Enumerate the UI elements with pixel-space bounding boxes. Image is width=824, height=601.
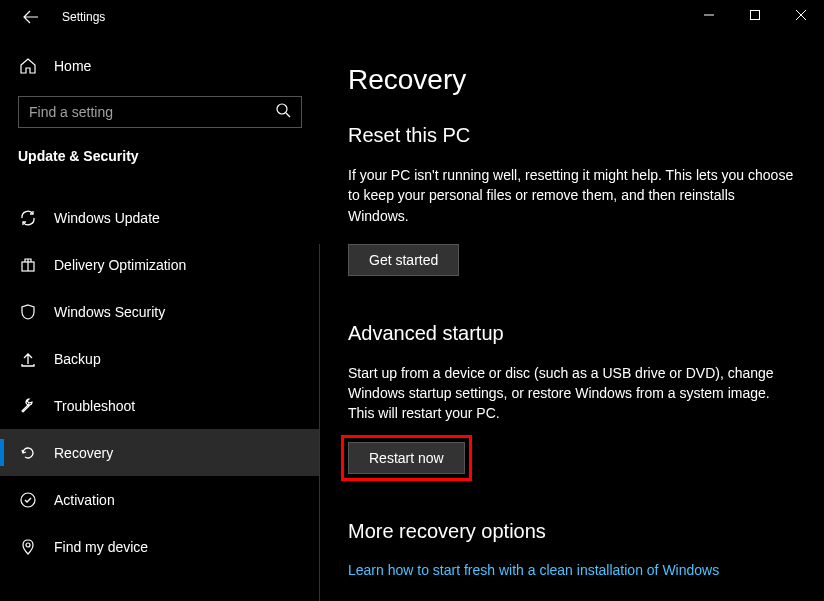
nav-label: Windows Security	[54, 304, 165, 320]
sidebar-item-windows-update[interactable]: Windows Update	[0, 194, 320, 241]
advanced-heading: Advanced startup	[348, 322, 794, 345]
minimize-icon	[704, 10, 714, 20]
sidebar: Home Update & Security Windows Update	[0, 34, 320, 601]
activation-icon	[18, 490, 38, 510]
maximize-icon	[750, 10, 760, 20]
titlebar: Settings	[0, 0, 824, 34]
fresh-install-link[interactable]: Learn how to start fresh with a clean in…	[348, 562, 719, 578]
home-nav[interactable]: Home	[0, 46, 320, 86]
search-icon	[275, 102, 291, 122]
search-input[interactable]	[29, 104, 291, 120]
back-button[interactable]	[18, 4, 44, 30]
svg-rect-0	[751, 11, 760, 20]
nav-label: Windows Update	[54, 210, 160, 226]
nav-label: Troubleshoot	[54, 398, 135, 414]
nav-label: Backup	[54, 351, 101, 367]
section-more-recovery: More recovery options Learn how to start…	[348, 520, 794, 579]
svg-point-1	[277, 104, 287, 114]
delivery-icon	[18, 255, 38, 275]
maximize-button[interactable]	[732, 0, 778, 30]
nav-label: Recovery	[54, 445, 113, 461]
home-icon	[18, 56, 38, 76]
reset-description: If your PC isn't running well, resetting…	[348, 165, 794, 226]
close-icon	[796, 10, 806, 20]
sidebar-item-find-my-device[interactable]: Find my device	[0, 523, 320, 570]
location-icon	[18, 537, 38, 557]
section-advanced-startup: Advanced startup Start up from a device …	[348, 322, 794, 474]
restart-now-button[interactable]: Restart now	[348, 442, 465, 474]
search-box[interactable]	[18, 96, 302, 128]
nav-label: Delivery Optimization	[54, 257, 186, 273]
sidebar-item-troubleshoot[interactable]: Troubleshoot	[0, 382, 320, 429]
page-title: Recovery	[348, 64, 794, 96]
sidebar-item-recovery[interactable]: Recovery	[0, 429, 320, 476]
nav-list: Windows Update Delivery Optimization Win…	[0, 194, 320, 570]
recovery-icon	[18, 443, 38, 463]
section-reset-pc: Reset this PC If your PC isn't running w…	[348, 124, 794, 276]
close-button[interactable]	[778, 0, 824, 30]
sidebar-item-activation[interactable]: Activation	[0, 476, 320, 523]
advanced-description: Start up from a device or disc (such as …	[348, 363, 794, 424]
svg-point-4	[26, 543, 30, 547]
window-controls	[686, 0, 824, 30]
sidebar-divider	[319, 244, 320, 601]
backup-icon	[18, 349, 38, 369]
main-panel: Recovery Reset this PC If your PC isn't …	[320, 34, 824, 601]
titlebar-title: Settings	[62, 10, 105, 24]
svg-point-3	[21, 493, 35, 507]
nav-label: Find my device	[54, 539, 148, 555]
wrench-icon	[18, 396, 38, 416]
back-arrow-icon	[23, 9, 39, 25]
more-heading: More recovery options	[348, 520, 794, 543]
home-label: Home	[54, 58, 91, 74]
sidebar-item-delivery-optimization[interactable]: Delivery Optimization	[0, 241, 320, 288]
reset-heading: Reset this PC	[348, 124, 794, 147]
sidebar-item-windows-security[interactable]: Windows Security	[0, 288, 320, 335]
shield-icon	[18, 302, 38, 322]
sidebar-item-backup[interactable]: Backup	[0, 335, 320, 382]
minimize-button[interactable]	[686, 0, 732, 30]
get-started-button[interactable]: Get started	[348, 244, 459, 276]
sync-icon	[18, 208, 38, 228]
category-header: Update & Security	[0, 128, 320, 176]
nav-label: Activation	[54, 492, 115, 508]
